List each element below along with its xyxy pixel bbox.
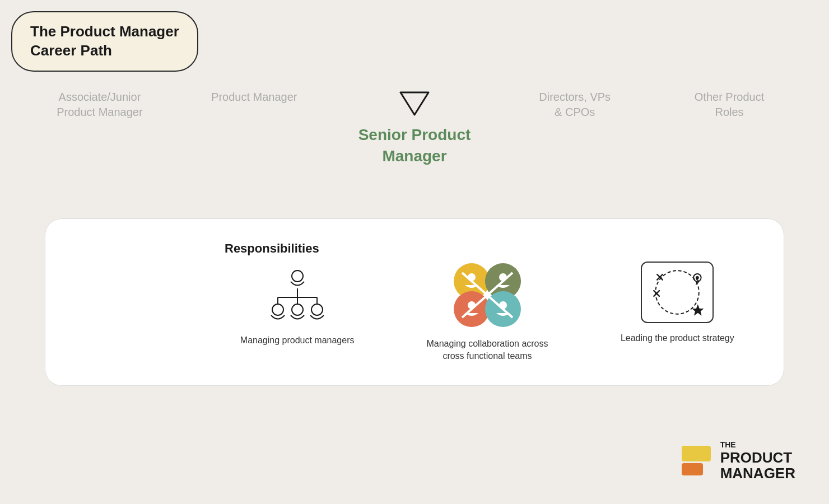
spm-label: Senior ProductManager [358, 124, 471, 167]
career-stage-associate: Associate/JuniorProduct Manager [49, 90, 150, 120]
svg-point-35 [696, 276, 699, 279]
career-path-row: Associate/JuniorProduct Manager Product … [0, 90, 829, 167]
career-stage-directors: Directors, VPs& CPOs [524, 90, 625, 120]
svg-point-24 [468, 273, 476, 281]
collab-icon [448, 262, 527, 329]
svg-point-15 [272, 304, 283, 315]
responsibilities-card: Responsibilities [45, 218, 784, 386]
responsibilities-content: Responsibilities [225, 241, 750, 363]
svg-point-27 [499, 301, 507, 309]
arrow-down-icon [398, 90, 431, 118]
logo-area: THE PRODUCT MANAGER [682, 441, 795, 482]
page-title: The Product ManagerCareer Path [30, 22, 179, 60]
career-stage-spm: Senior ProductManager [358, 90, 471, 167]
org-chart-icon [264, 269, 331, 325]
svg-point-16 [292, 304, 303, 315]
logo-the: THE [720, 441, 795, 449]
career-stage-pm: Product Manager [204, 90, 305, 105]
logo-product: PRODUCT [720, 450, 795, 466]
resp-caption-managing: Managing product managers [240, 334, 355, 347]
responsibilities-title: Responsibilities [225, 241, 319, 256]
resp-caption-collaboration: Managing collaboration acrosscross funct… [426, 338, 548, 363]
svg-point-9 [292, 270, 303, 282]
svg-marker-0 [400, 92, 429, 115]
title-badge: The Product ManagerCareer Path [11, 11, 198, 72]
logo-text: THE PRODUCT MANAGER [720, 441, 795, 482]
svg-point-17 [311, 304, 323, 315]
resp-section-strategy: Leading the product strategy [605, 262, 750, 344]
svg-point-26 [468, 301, 476, 309]
resp-caption-strategy: Leading the product strategy [621, 332, 734, 344]
resp-section-collaboration: Managing collaboration acrosscross funct… [414, 262, 560, 363]
logo-manager: MANAGER [720, 465, 795, 482]
svg-point-28 [656, 270, 700, 314]
strategy-box-icon [641, 262, 714, 323]
svg-marker-33 [692, 304, 704, 315]
svg-point-25 [499, 273, 507, 281]
career-stage-other: Other ProductRoles [679, 90, 780, 120]
resp-section-managing: Responsibilities [225, 241, 370, 347]
